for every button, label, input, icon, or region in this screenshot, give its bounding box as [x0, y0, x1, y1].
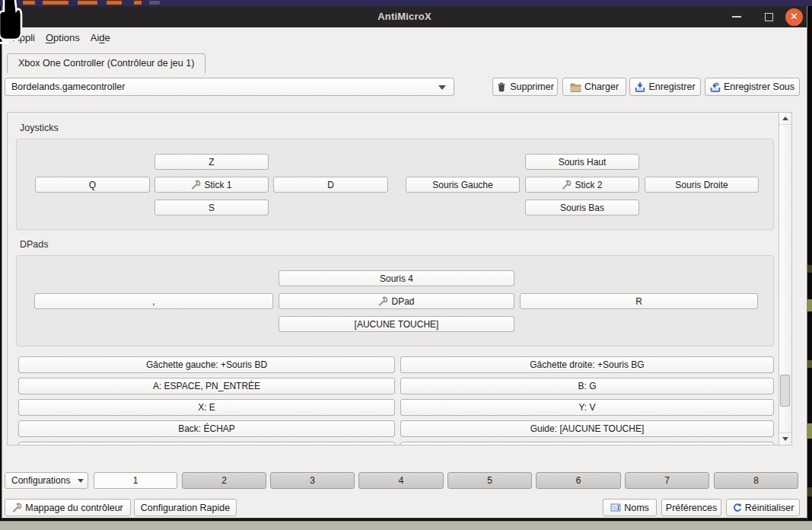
triangle-up-icon: [782, 117, 788, 120]
set-button-1[interactable]: 1: [94, 472, 177, 489]
menubar: Appli Options Aide: [2, 27, 807, 47]
desktop-fragment: [807, 360, 812, 368]
controller-mapping-button[interactable]: Mappage du contrôleur: [5, 499, 131, 516]
stick2-right-button[interactable]: Souris Droite: [645, 177, 759, 193]
dpads-group-label: DPads: [20, 239, 49, 250]
triangle-down-icon: [782, 437, 788, 441]
button-a[interactable]: A: ESPACE, PN_ENTRÉE: [18, 378, 395, 394]
mapping-scroll-area: Joysticks Z Q Stick 1 D S Souris Haut So…: [7, 112, 792, 445]
scrollbar-thumb[interactable]: [780, 375, 790, 407]
button-back[interactable]: Back: ÉCHAP: [18, 420, 395, 437]
stick2-left-button[interactable]: Souris Gauche: [406, 177, 520, 193]
scroll-up-button[interactable]: [779, 113, 791, 125]
reset-button[interactable]: Réinitialiser: [726, 499, 800, 516]
chevron-down-icon: [438, 85, 446, 90]
stick1-up-button[interactable]: Z: [154, 154, 269, 170]
delete-profile-button[interactable]: Supprimer: [492, 78, 558, 96]
load-profile-button[interactable]: Charger: [562, 78, 626, 96]
right-trigger-button[interactable]: Gâchette droite: +Souris BG: [400, 356, 774, 373]
background-fragment: [107, 1, 122, 5]
set-button-6[interactable]: 6: [536, 472, 621, 489]
dpad-up-button[interactable]: Souris 4: [279, 270, 514, 286]
left-trigger-button[interactable]: Gâchette gauche: +Souris BD: [18, 356, 395, 373]
folder-icon: [570, 82, 581, 92]
save-profile-button[interactable]: Enregistrer: [629, 78, 701, 96]
stick1-left-button[interactable]: Q: [35, 177, 150, 193]
set-button-8[interactable]: 8: [714, 472, 798, 489]
background-window-strip: [0, 0, 812, 6]
wrench-icon: [562, 180, 572, 190]
joysticks-group-label: Joysticks: [20, 123, 59, 133]
dpad-config-button[interactable]: DPad: [279, 293, 514, 309]
minimize-icon: [732, 16, 741, 18]
set-button-7[interactable]: 7: [625, 472, 709, 489]
trash-icon: [496, 81, 507, 92]
desktop-right-edge: [807, 6, 812, 521]
menu-help[interactable]: Aide: [85, 32, 116, 43]
set-button-4[interactable]: 4: [358, 472, 444, 489]
wrench-icon: [191, 180, 201, 190]
titlebar[interactable]: AntiMicroX ✕: [2, 6, 807, 27]
set-button-3[interactable]: 3: [270, 472, 355, 489]
stick1-right-button[interactable]: D: [273, 177, 388, 193]
configurations-menu-button[interactable]: Configurations: [5, 472, 88, 489]
save-icon: [635, 81, 645, 92]
dpad-left-button[interactable]: ,: [34, 293, 273, 309]
profile-combobox[interactable]: Bordelands.gamecontroller: [5, 78, 454, 96]
rename-icon: [610, 503, 621, 512]
wrench-icon: [378, 296, 388, 306]
antimicrox-window: AntiMicroX ✕ Appli Options Aide Xbox One…: [2, 6, 807, 519]
hand-cursor: [0, 0, 30, 49]
names-button[interactable]: Noms: [603, 499, 657, 516]
desktop-fragment: [807, 265, 812, 273]
save-as-icon: [710, 81, 721, 92]
stick2-up-button[interactable]: Souris Haut: [525, 154, 639, 170]
tab-label: Xbox One Controller (Contrôleur de jeu 1…: [18, 58, 194, 69]
button-y[interactable]: Y: V: [400, 399, 774, 416]
dpad-right-button[interactable]: R: [520, 293, 758, 309]
wrench-icon: [12, 503, 22, 512]
background-fragment: [78, 1, 97, 5]
vertical-scrollbar[interactable]: [779, 113, 791, 445]
menu-options[interactable]: Options: [40, 32, 85, 43]
background-fragment: [43, 1, 68, 5]
desktop-fragment: [807, 487, 812, 496]
close-button[interactable]: ✕: [785, 8, 803, 26]
refresh-icon: [732, 503, 742, 512]
stick1-config-button[interactable]: Stick 1: [154, 177, 269, 193]
screen: { "titlebar": { "title": "AntiMicroX" },…: [0, 0, 812, 530]
button-b[interactable]: B: G: [400, 378, 774, 394]
stick1-down-button[interactable]: S: [154, 200, 269, 216]
profile-value: Bordelands.gamecontroller: [11, 81, 125, 92]
button-guide[interactable]: Guide: [AUCUNE TOUCHE]: [400, 420, 774, 437]
button-row-partial[interactable]: [400, 442, 774, 445]
dpad-down-button[interactable]: [AUCUNE TOUCHE]: [279, 316, 514, 332]
window-title: AntiMicroX: [2, 6, 807, 27]
minimize-button[interactable]: [727, 6, 747, 27]
button-row-partial[interactable]: [18, 442, 395, 445]
button-x[interactable]: X: E: [18, 399, 395, 416]
stick2-down-button[interactable]: Souris Bas: [525, 200, 639, 216]
set-button-2[interactable]: 2: [182, 472, 266, 489]
quick-config-button[interactable]: Configuration Rapide: [134, 499, 237, 516]
desktop-bottom-edge: [0, 521, 812, 530]
background-fragment: [134, 1, 142, 5]
stick2-config-button[interactable]: Stick 2: [525, 177, 639, 193]
scroll-down-button[interactable]: [779, 433, 791, 445]
desktop-fragment: [807, 299, 812, 311]
background-fragment: [149, 1, 160, 5]
maximize-icon: [765, 13, 773, 21]
maximize-button[interactable]: [759, 6, 779, 27]
tab-controller[interactable]: Xbox One Controller (Contrôleur de jeu 1…: [7, 53, 205, 73]
save-as-profile-button[interactable]: Enregistrer Sous: [705, 78, 800, 96]
set-button-5[interactable]: 5: [447, 472, 532, 489]
desktop-fragment: [807, 423, 812, 439]
chevron-down-icon: [78, 479, 84, 483]
preferences-button[interactable]: Préférences: [661, 499, 721, 516]
